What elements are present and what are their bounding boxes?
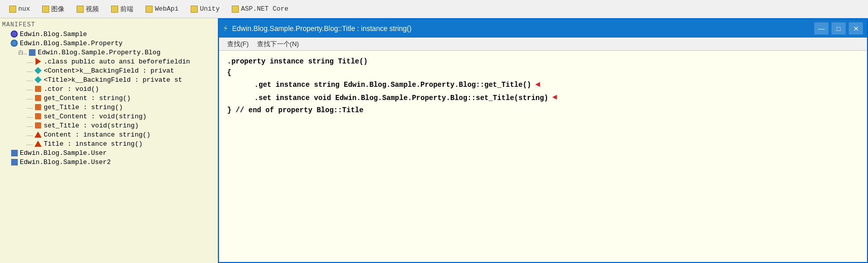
sidebar-item-prop-title[interactable]: …… Title : instance string()	[0, 139, 218, 148]
prop-title-icon	[34, 140, 42, 148]
sidebar-label-prop-title: Title : instance string()	[44, 140, 142, 148]
class-blog-icon	[28, 48, 37, 56]
nav-label-unity: Unity	[200, 5, 220, 13]
main-area: MANIFEST Edwin.Blog.Sample Edwin.Blog.Sa…	[0, 18, 868, 263]
nav-item-images[interactable]: 图像	[37, 3, 69, 16]
nav-item-video[interactable]: 视频	[71, 3, 104, 16]
method-get-title-icon	[34, 103, 42, 111]
sidebar-item-get-content[interactable]: …… get_Content : string()	[0, 93, 218, 103]
nav-item-frontend[interactable]: 前端	[106, 3, 138, 16]
sidebar-label-set-content: set_Content : void(string)	[44, 113, 147, 120]
sidebar-item-ns-property[interactable]: Edwin.Blog.Sample.Property	[0, 39, 218, 48]
sidebar-label-ctor: .ctor : void()	[44, 85, 99, 93]
sidebar-item-get-title[interactable]: …… get_Title : string()	[0, 103, 218, 112]
tree-dots-3: ……	[26, 77, 33, 83]
window-controls: — □ ✕	[814, 22, 863, 35]
sidebar-label-field-content: <Content>k__BackingField : privat	[44, 67, 174, 75]
tree-dots-5: ……	[26, 95, 33, 101]
sidebar-item-field-content[interactable]: …… <Content>k__BackingField : privat	[0, 66, 218, 75]
folder-icon-frontend	[111, 6, 118, 13]
class-user2-icon	[10, 158, 18, 166]
sidebar-label-prop-content: Content : instance string()	[44, 131, 151, 139]
sidebar-item-class-user2[interactable]: Edwin.Blog.Sample.User2	[0, 157, 218, 167]
sidebar-label-ns-property: Edwin.Blog.Sample.Property	[20, 40, 123, 47]
namespace-icon	[10, 39, 18, 47]
maximize-button[interactable]: □	[831, 22, 846, 35]
menu-find[interactable]: 查找(F)	[223, 39, 253, 50]
sidebar-item-class-public[interactable]: …… .class public auto ansi beforefieldin	[0, 57, 218, 66]
sidebar-label-get-content: get_Content : string()	[44, 94, 131, 102]
diamond-title-icon	[34, 76, 42, 84]
folder-icon-video	[77, 6, 84, 13]
sidebar-item-field-title[interactable]: …… <Title>k__BackingField : private st	[0, 75, 218, 84]
sidebar-item-assembly-sample[interactable]: Edwin.Blog.Sample	[0, 29, 218, 39]
nav-item-webapi[interactable]: WebApi	[140, 3, 184, 15]
nav-label-images: 图像	[51, 5, 64, 14]
method-set-content-icon	[34, 112, 42, 120]
folder-icon-unity	[191, 6, 198, 13]
sidebar-item-set-content[interactable]: …… set_Content : void(string)	[0, 112, 218, 121]
tree-dots-1: ……	[26, 58, 33, 64]
sidebar-label-get-title: get_Title : string()	[44, 104, 123, 111]
folder-icon-images	[42, 6, 49, 13]
nav-label-frontend: 前端	[120, 5, 133, 14]
method-ctor-icon	[34, 85, 42, 93]
arrow-set-title: ◄	[552, 91, 557, 105]
diamond-content-icon	[34, 67, 42, 75]
code-line-3: .get instance string Edwin.Blog.Sample.P…	[237, 79, 859, 92]
tree-dots-8: ……	[26, 122, 33, 128]
nav-item-nux[interactable]: nux	[4, 3, 35, 15]
prop-content-icon	[34, 130, 42, 139]
tree-dots-9: ……	[26, 132, 33, 138]
code-line-1: .property instance string Title()	[227, 56, 859, 67]
lightning-icon: ⚡	[222, 23, 229, 34]
sidebar-label-class-public: .class public auto ansi beforefieldin	[44, 58, 190, 65]
folder-icon-nux	[9, 6, 16, 13]
dialog-title-text: Edwin.Blog.Sample.Property.Blog::Title :…	[232, 24, 814, 32]
method-set-title-icon	[34, 121, 42, 129]
code-line-4: .set instance void Edwin.Blog.Sample.Pro…	[237, 91, 859, 105]
sidebar-item-class-blog[interactable]: 白… Edwin.Blog.Sample.Property.Blog	[0, 48, 218, 57]
sidebar-item-class-user[interactable]: Edwin.Blog.Sample.User	[0, 148, 218, 157]
menu-find-next[interactable]: 查找下一个(N)	[253, 39, 303, 50]
dialog-menubar: 查找(F) 查找下一个(N)	[219, 38, 867, 51]
code-text-5: } // end of property Blog::Title	[227, 105, 364, 116]
nav-label-nux: nux	[18, 5, 30, 13]
dialog-window: ⚡ Edwin.Blog.Sample.Property.Blog::Title…	[218, 18, 868, 263]
code-text-4: .set instance void Edwin.Blog.Sample.Pro…	[237, 92, 548, 104]
minimize-button[interactable]: —	[814, 22, 828, 35]
sidebar-item-ctor[interactable]: …… .ctor : void()	[0, 84, 218, 93]
assembly-icon	[10, 30, 18, 38]
sidebar-label-class-user: Edwin.Blog.Sample.User	[20, 149, 107, 157]
sidebar: MANIFEST Edwin.Blog.Sample Edwin.Blog.Sa…	[0, 18, 218, 263]
sidebar-label-assembly-sample: Edwin.Blog.Sample	[20, 30, 87, 38]
nav-label-video: 视频	[86, 5, 99, 14]
sidebar-item-prop-content[interactable]: …… Content : instance string()	[0, 130, 218, 139]
sidebar-label-class-user2: Edwin.Blog.Sample.User2	[20, 158, 111, 166]
nav-item-unity[interactable]: Unity	[186, 3, 225, 15]
sidebar-label-class-blog: Edwin.Blog.Sample.Property.Blog	[38, 49, 161, 56]
folder-icon-aspnet	[232, 6, 239, 13]
tree-dots-6: ……	[26, 104, 33, 110]
code-line-5: } // end of property Blog::Title	[227, 105, 859, 116]
code-area[interactable]: .property instance string Title() { .get…	[219, 51, 867, 262]
folder-icon-webapi	[146, 6, 153, 13]
manifest-label: MANIFEST	[0, 20, 218, 29]
triangle-right-icon	[34, 57, 42, 65]
nav-label-aspnet: ASP.NET Core	[241, 5, 288, 13]
sidebar-item-set-title[interactable]: …… set_Title : void(string)	[0, 121, 218, 130]
code-text-1: .property instance string Title()	[227, 56, 368, 67]
arrow-get-title: ◄	[535, 79, 540, 92]
close-button[interactable]: ✕	[849, 22, 863, 35]
class-user-icon	[10, 149, 18, 157]
nav-item-aspnet[interactable]: ASP.NET Core	[227, 3, 294, 15]
content-pane: ⚡ Edwin.Blog.Sample.Property.Blog::Title…	[218, 18, 868, 263]
sidebar-label-field-title: <Title>k__BackingField : private st	[44, 76, 182, 84]
tree-dots-2: ……	[26, 68, 33, 74]
top-nav-bar: nux 图像 视频 前端 WebApi Unity ASP.NET Core	[0, 0, 868, 18]
tree-dots-4: ……	[26, 86, 33, 92]
dialog-titlebar: ⚡ Edwin.Blog.Sample.Property.Blog::Title…	[219, 19, 867, 38]
sidebar-label-set-title: set_Title : void(string)	[44, 122, 138, 129]
code-text-2: {	[227, 67, 231, 78]
nav-label-webapi: WebApi	[155, 5, 178, 13]
